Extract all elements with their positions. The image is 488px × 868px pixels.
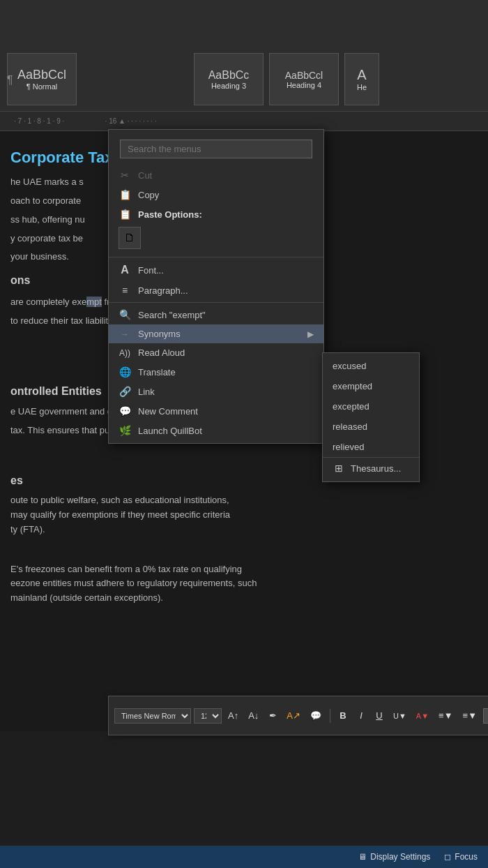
menu-search-label: Search "exempt" <box>138 310 314 320</box>
comment-mini-button[interactable]: 💬 <box>307 708 325 723</box>
menu-item-quillbot[interactable]: 🌿 Launch QuillBot <box>109 421 323 440</box>
doc-section3-para: oute to public welfare, such as educatio… <box>10 493 474 537</box>
font-color-button[interactable]: A▼ <box>413 710 432 722</box>
toolbar-divider <box>330 709 330 723</box>
menu-item-cut[interactable]: ✂ Cut <box>109 165 323 185</box>
comment-icon: 💬 <box>119 405 131 417</box>
styles-button[interactable]: Styles <box>483 708 488 724</box>
style-heading4[interactable]: AaBbCcl Heading 4 <box>269 53 339 105</box>
focus-item[interactable]: ◻ Focus <box>444 852 478 862</box>
style-normal-preview: AaBbCcl <box>17 68 66 82</box>
paste-icon: 📋 <box>119 209 131 220</box>
synonym-excused-label: excused <box>333 361 366 371</box>
font-selector[interactable]: Times New Roman <box>114 708 191 724</box>
synonym-excepted-label: excepted <box>333 401 369 412</box>
display-settings-item[interactable]: 🖥 Display Settings <box>358 852 430 862</box>
menu-read-aloud-label: Read Aloud <box>138 347 314 358</box>
synonyms-submenu: excused exempted excepted released relie… <box>322 352 420 482</box>
synonym-excepted[interactable]: excepted <box>323 396 419 417</box>
paragraph-mark: ¶ <box>7 74 13 87</box>
menu-item-search[interactable]: 🔍 Search "exempt" <box>109 305 323 324</box>
font-icon: A <box>119 264 131 276</box>
display-settings-label: Display Settings <box>370 852 430 862</box>
menu-paste-label: Paste Options: <box>138 209 314 220</box>
status-bar: 🖥 Display Settings ◻ Focus <box>0 846 488 868</box>
focus-icon: ◻ <box>444 852 451 862</box>
menu-item-copy[interactable]: 📋 Copy <box>109 185 323 204</box>
synonym-thesaurus-label: Thesaurus... <box>351 463 401 474</box>
separator-1 <box>109 257 323 257</box>
menu-item-link[interactable]: 🔗 Link <box>109 382 323 401</box>
style-heading3-preview: AaBbCc <box>208 69 250 82</box>
paste-option-button[interactable]: 🗋 <box>119 227 141 249</box>
menu-item-paragraph[interactable]: ≡ Paragraph... <box>109 280 323 300</box>
italic-button[interactable]: I <box>353 708 369 723</box>
submenu-arrow: ▶ <box>307 329 314 339</box>
menu-item-font[interactable]: A Font... <box>109 260 323 280</box>
paragraph-icon: ≡ <box>119 285 131 296</box>
menu-link-label: Link <box>138 387 314 397</box>
style-he-preview: A <box>357 67 366 83</box>
menu-copy-label: Copy <box>138 190 314 200</box>
menu-synonyms-label: Synonyms <box>138 329 300 339</box>
menu-translate-label: Translate <box>138 367 314 377</box>
menu-search-input[interactable] <box>120 140 312 158</box>
style-heading3[interactable]: AaBbCc Heading 3 <box>194 53 264 105</box>
style-he-label: He <box>357 83 367 91</box>
menu-item-paste-options: 📋 Paste Options: <box>109 204 323 224</box>
menu-item-new-comment[interactable]: 💬 New Comment <box>109 401 323 421</box>
shrink-font-button[interactable]: A↓ <box>245 708 262 723</box>
style-heading4-label: Heading 4 <box>287 81 321 89</box>
font-size-selector[interactable]: 12 <box>194 708 222 724</box>
format-button[interactable]: ✒ <box>265 708 280 723</box>
focus-label: Focus <box>455 852 478 862</box>
translate-icon: 🌐 <box>119 366 131 377</box>
style-normal[interactable]: AaBbCcl ¶ Normal <box>7 53 77 105</box>
search-icon: 🔍 <box>119 309 131 320</box>
doc-section4-para: E's freezones can benefit from a 0% tax … <box>10 562 474 606</box>
grow-font-button[interactable]: A↑ <box>224 708 242 723</box>
context-menu: ✂ Cut 📋 Copy 📋 Paste Options: 🗋 A Font..… <box>108 129 324 444</box>
underline-color-button[interactable]: U▼ <box>390 710 410 722</box>
menu-item-read-aloud[interactable]: A)) Read Aloud <box>109 343 323 362</box>
menu-quillbot-label: Launch QuillBot <box>138 426 314 436</box>
synonym-released[interactable]: released <box>323 417 419 437</box>
menu-font-label: Font... <box>138 265 314 276</box>
paste-icon-row: 🗋 <box>109 224 323 255</box>
list-button[interactable]: ≡▼ <box>435 708 456 723</box>
synonym-exempted[interactable]: exempted <box>323 376 419 396</box>
copy-icon: 📋 <box>119 189 131 200</box>
indent-button[interactable]: ≡▼ <box>459 708 480 723</box>
menu-comment-label: New Comment <box>138 406 314 417</box>
mini-toolbar: Times New Roman 12 A↑ A↓ ✒ A↗ 💬 B I U U▼… <box>108 696 488 735</box>
thesaurus-icon: ⊞ <box>333 463 345 474</box>
menu-cut-label: Cut <box>138 170 314 181</box>
synonym-relieved-label: relieved <box>333 442 365 452</box>
display-settings-icon: 🖥 <box>358 852 367 862</box>
synonym-relieved[interactable]: relieved <box>323 437 419 457</box>
style-heading3-label: Heading 3 <box>211 82 246 90</box>
style-normal-label: ¶ Normal <box>26 82 57 91</box>
ribbon: ¶ AaBbCcl ¶ Normal AaBbCc Heading 3 AaBb… <box>0 0 488 112</box>
ruler-marks: · 7 · 1 · 8 · 1 · 9 · · 16 ▲ · · · · · ·… <box>14 117 156 125</box>
read-aloud-icon: A)) <box>119 348 131 358</box>
style-heading4-preview: AaBbCcl <box>285 70 323 81</box>
bold-button[interactable]: B <box>335 708 351 723</box>
highlight-button[interactable]: A↗ <box>283 708 304 723</box>
underline-button[interactable]: U <box>372 708 387 723</box>
cut-icon: ✂ <box>119 170 131 181</box>
synonym-released-label: released <box>333 421 367 432</box>
link-icon: 🔗 <box>119 386 131 397</box>
menu-paragraph-label: Paragraph... <box>138 285 314 296</box>
ruler: · 7 · 1 · 8 · 1 · 9 · · 16 ▲ · · · · · ·… <box>0 112 488 131</box>
style-he[interactable]: A He <box>344 53 379 105</box>
synonym-thesaurus[interactable]: ⊞ Thesaurus... <box>323 457 419 479</box>
synonym-exempted-label: exempted <box>333 381 372 391</box>
quillbot-icon: 🌿 <box>119 425 131 436</box>
separator-2 <box>109 302 323 303</box>
menu-item-translate[interactable]: 🌐 Translate <box>109 362 323 382</box>
menu-item-synonyms[interactable]: → Synonyms ▶ <box>109 324 323 343</box>
synonym-excused[interactable]: excused <box>323 356 419 376</box>
synonyms-icon: → <box>119 329 131 339</box>
